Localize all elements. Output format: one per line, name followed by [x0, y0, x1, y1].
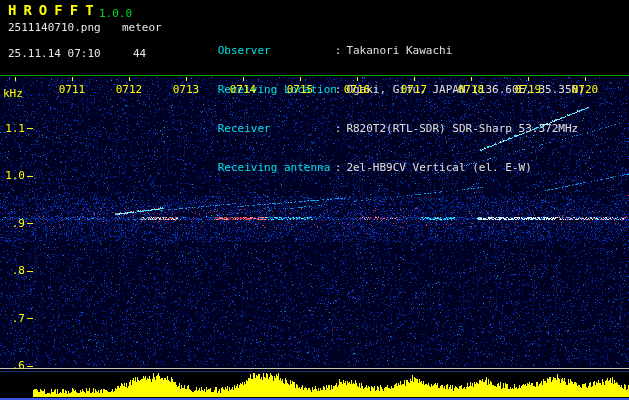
time-tick-label: 0716: [344, 83, 371, 96]
info-label: Observer: [218, 44, 335, 57]
echo-count: 44: [133, 47, 146, 60]
freq-tick-label: .9: [1, 217, 25, 230]
info-separator: :: [335, 44, 342, 57]
info-value: R820T2(RTL-SDR) SDR-Sharp 53.372MHz: [346, 122, 578, 135]
info-value: Takanori Kawachi: [346, 44, 452, 57]
time-tick-label: 0711: [59, 83, 86, 96]
info-row-observer: Observer:Takanori Kawachi: [178, 31, 585, 44]
hrofft-output: HROFFT 1.0.0 2511140710.png meteor 25.11…: [0, 0, 629, 400]
info-row-location: Receiving Location:Ogaki, Gifu, JAPAN (1…: [178, 70, 585, 83]
freq-tick-label: 1.1: [1, 122, 25, 135]
freq-tick-label: .6: [1, 359, 25, 372]
datetime-label: 25.11.14 07:10: [8, 47, 101, 60]
mode-label: meteor: [122, 21, 162, 34]
time-tick-label: 0713: [173, 83, 200, 96]
time-tick-label: 0720: [572, 83, 599, 96]
time-tick-label: 0714: [230, 83, 257, 96]
app-version: 1.0.0: [99, 7, 132, 20]
freq-tick-label: 1.0: [1, 169, 25, 182]
info-row-antenna: Receiving antenna:2el-HB9CV Vertical (el…: [178, 148, 585, 161]
time-tick-label: 0715: [287, 83, 314, 96]
time-tick-label: 0712: [116, 83, 143, 96]
freq-tick-label: .8: [1, 264, 25, 277]
output-filename: 2511140710.png: [8, 21, 101, 34]
freq-tick-label: .7: [1, 312, 25, 325]
freq-axis-unit: kHz: [3, 87, 23, 100]
time-tick-label: 0719: [515, 83, 542, 96]
info-separator: :: [335, 161, 342, 174]
time-tick-label: 0717: [401, 83, 428, 96]
info-separator: :: [335, 83, 342, 96]
time-tick-label: 0718: [458, 83, 485, 96]
info-label: Receiver: [218, 122, 335, 135]
info-row-receiver: Receiver:R820T2(RTL-SDR) SDR-Sharp 53.37…: [178, 109, 585, 122]
station-info: Observer:Takanori Kawachi Receiving Loca…: [178, 5, 585, 187]
app-title: HROFFT: [8, 4, 101, 17]
info-value: 2el-HB9CV Vertical (el. E-W): [346, 161, 531, 174]
info-separator: :: [335, 122, 342, 135]
info-label: Receiving antenna: [218, 161, 335, 174]
